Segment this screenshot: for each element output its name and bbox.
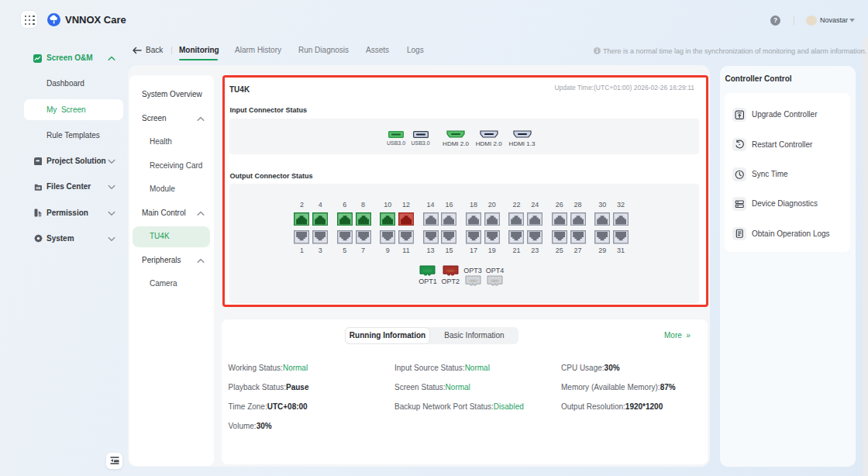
svg-text:?: ? (773, 16, 777, 24)
